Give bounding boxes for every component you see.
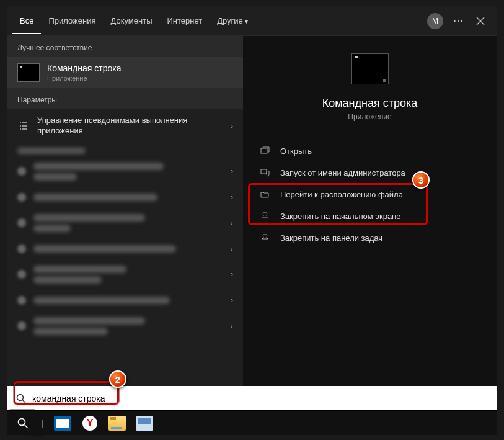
annotation-badge-3: 3 [412, 171, 430, 189]
tab-more[interactable]: Другие [210, 7, 255, 34]
svg-rect-1 [261, 169, 267, 174]
action-pin-start[interactable]: Закрепить на начальном экране [248, 205, 492, 227]
annotation-badge-2: 2 [109, 370, 126, 388]
search-icon [16, 393, 26, 403]
preview-panel: Командная строка Приложение Открыть Запу… [243, 36, 497, 386]
best-match-item[interactable]: Командная строка Приложение [7, 57, 243, 88]
action-pin-start-label: Закрепить на начальном экране [280, 212, 401, 221]
tab-apps[interactable]: Приложения [41, 7, 103, 34]
header-tabs: Все Приложения Документы Интернет Другие… [7, 6, 497, 36]
tab-documents[interactable]: Документы [103, 7, 159, 34]
close-button[interactable] [469, 10, 492, 32]
taskbar: | Y [7, 410, 497, 435]
preview-title: Командная строка [322, 97, 418, 110]
close-icon [476, 17, 485, 25]
blurred-result-6[interactable]: › [7, 290, 243, 311]
taskbar-divider: | [40, 413, 46, 434]
tab-all[interactable]: Все [12, 7, 41, 34]
settings-header: Параметры [7, 88, 243, 109]
taskbar-yandex[interactable]: Y [79, 413, 100, 434]
preview-subtitle: Приложение [348, 112, 391, 121]
tab-internet[interactable]: Интернет [159, 7, 210, 34]
pin-start-icon [260, 212, 272, 221]
settings-item-aliases[interactable]: Управление псевдонимами выполнения прило… [7, 109, 243, 143]
search-window: Все Приложения Документы Интернет Другие… [7, 6, 497, 411]
preview-app-icon [351, 53, 389, 84]
open-icon [260, 146, 272, 156]
settings-list-icon [17, 121, 30, 131]
action-open-label: Открыть [280, 146, 312, 156]
best-match-title: Командная строка [47, 63, 121, 73]
more-options-button[interactable]: ⋯ [447, 10, 469, 32]
action-pin-taskbar-label: Закрепить на панели задач [280, 233, 382, 243]
action-run-admin-label: Запуск от имени администратора [280, 168, 405, 177]
shield-icon [260, 168, 272, 177]
blurred-result-2[interactable]: › [7, 187, 243, 208]
blurred-result-4[interactable]: › [7, 238, 243, 259]
best-match-subtitle: Приложение [47, 74, 121, 82]
results-panel: Лучшее соответствие Командная строка При… [7, 36, 243, 386]
action-open[interactable]: Открыть [248, 140, 492, 162]
chevron-right-icon: › [226, 122, 233, 130]
blurred-result-3[interactable]: › [7, 208, 243, 238]
content-area: Лучшее соответствие Командная строка При… [7, 36, 497, 386]
folder-icon [260, 190, 272, 199]
svg-point-3 [19, 418, 25, 425]
blurred-result-5[interactable]: › [7, 259, 243, 290]
best-match-header: Лучшее соответствие [7, 36, 243, 57]
action-open-location-label: Перейти к расположению файла [280, 190, 403, 199]
action-list: Открыть Запуск от имени администратора П… [248, 140, 492, 249]
action-open-location[interactable]: Перейти к расположению файла [248, 184, 492, 205]
cmd-icon [17, 63, 40, 82]
search-input[interactable] [32, 393, 488, 403]
user-avatar[interactable]: M [427, 13, 443, 29]
search-bar[interactable] [7, 386, 497, 411]
taskbar-app[interactable] [134, 413, 155, 434]
action-pin-taskbar[interactable]: Закрепить на панели задач [248, 227, 492, 249]
blurred-result-1[interactable]: › [7, 156, 243, 187]
action-run-admin[interactable]: Запуск от имени администратора [248, 162, 492, 184]
pin-taskbar-icon [260, 233, 272, 243]
taskbar-search-button[interactable] [12, 413, 33, 434]
svg-point-2 [17, 395, 24, 401]
settings-item-label: Управление псевдонимами выполнения прило… [37, 115, 226, 137]
blurred-result-7[interactable]: › [7, 311, 243, 341]
taskbar-calendar[interactable] [52, 413, 73, 434]
svg-rect-0 [261, 148, 267, 153]
taskbar-explorer[interactable] [107, 413, 128, 434]
blurred-section-header [7, 143, 243, 156]
